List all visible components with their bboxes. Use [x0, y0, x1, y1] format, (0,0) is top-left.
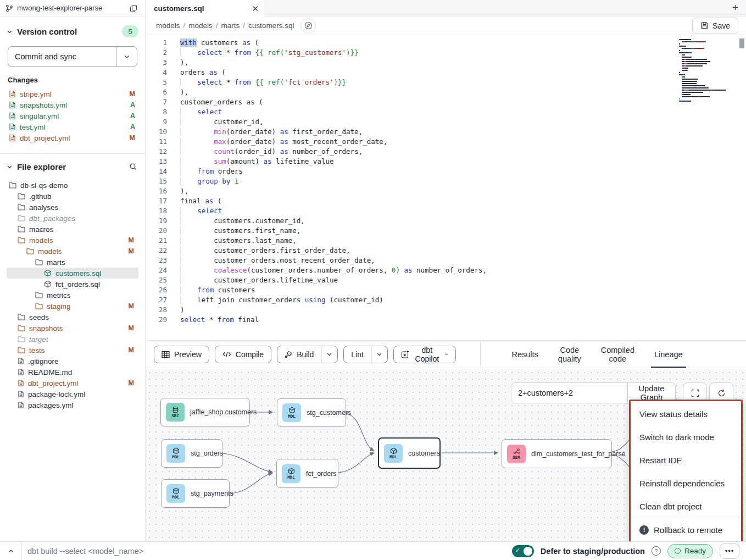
- preview-button[interactable]: Preview: [154, 346, 209, 363]
- menu-item-rollback-to-remote[interactable]: !Rollback to remote: [631, 518, 741, 541]
- tree-file--gitignore[interactable]: .gitignore: [7, 356, 138, 367]
- tab-code-quality[interactable]: Code quality: [558, 341, 581, 368]
- tree-file-dbt-project-yml[interactable]: dbt_project.ymlM: [7, 378, 138, 389]
- tree-item-label: dbt_packages: [29, 214, 134, 223]
- save-button[interactable]: Save: [692, 18, 738, 34]
- code-line: customer_orders.first_order_date,: [180, 246, 487, 256]
- lineage-node-customers[interactable]: MDLcustomers: [378, 437, 441, 469]
- lineage-panel[interactable]: SRCjaffle_shop.customersMDLstg_customers…: [146, 369, 746, 541]
- changed-file-row[interactable]: snapshots.ymlA: [7, 99, 138, 110]
- branch-name: mwong-test-explorer-parse: [17, 4, 125, 12]
- build-button[interactable]: Build: [277, 346, 321, 363]
- commit-options-caret-button[interactable]: [116, 47, 137, 66]
- tree-file-package-lock-yml[interactable]: package-lock.yml: [7, 389, 138, 400]
- node-label: dim_customers_test_for_parse: [531, 450, 626, 458]
- changed-file-name: singular.yml: [20, 112, 126, 120]
- tab-lineage[interactable]: Lineage: [654, 341, 683, 368]
- compile-button[interactable]: Compile: [215, 346, 271, 363]
- tree-file-customers-sql[interactable]: customers.sql: [7, 268, 138, 279]
- tree-folder-models[interactable]: modelsM: [7, 235, 138, 246]
- tab-customers-sql[interactable]: customers.sql ✕: [146, 0, 264, 16]
- breadcrumb-item[interactable]: models: [156, 21, 180, 30]
- compile-label: Compile: [236, 350, 264, 359]
- menu-item-clean-dbt-project[interactable]: Clean dbt project: [631, 495, 741, 518]
- ready-status-badge[interactable]: Ready: [667, 544, 713, 558]
- breadcrumb-item[interactable]: marts: [221, 21, 240, 30]
- chevron-down-icon[interactable]: [7, 164, 13, 170]
- editor-scrollbar[interactable]: [739, 38, 744, 337]
- tree-item-label: staging: [47, 302, 125, 311]
- tree-folder-db-sl-qs-demo[interactable]: db-sl-qs-demo: [7, 180, 138, 191]
- changed-file-row[interactable]: dbt_project.ymlM: [7, 132, 138, 143]
- tab-results[interactable]: Results: [511, 341, 538, 368]
- build-options-caret[interactable]: [321, 346, 337, 363]
- menu-item-reinstall-dependencies[interactable]: Reinstall dependencies: [631, 472, 741, 495]
- file-icon: [9, 90, 16, 98]
- breadcrumb-item[interactable]: models: [188, 21, 213, 30]
- menu-item-view-status-details[interactable]: View status details: [631, 402, 741, 425]
- lineage-node-stg_orders[interactable]: MDLstg_orders: [161, 439, 222, 468]
- tree-file-packages-yml[interactable]: packages.yml: [7, 400, 138, 411]
- tree-file-fct-orders-sql[interactable]: fct_orders.sql: [7, 279, 138, 290]
- lineage-selector-input[interactable]: [511, 383, 627, 403]
- tree-folder-target[interactable]: target: [7, 334, 138, 345]
- tree-item-label: customers.sql: [55, 269, 134, 278]
- lineage-edge: [346, 413, 374, 451]
- code-line: ),: [180, 186, 487, 196]
- changed-file-row[interactable]: singular.ymlA: [7, 110, 138, 121]
- tree-item-label: target: [29, 335, 134, 343]
- tree-folder-dbt-packages[interactable]: dbt_packages: [7, 213, 138, 224]
- command-prompt-text[interactable]: dbt build --select <model_name>: [27, 547, 143, 556]
- lineage-node-dim_customers_test_for_parse[interactable]: SEMdim_customers_test_for_parse: [502, 439, 612, 468]
- tree-folder-seeds[interactable]: seeds: [7, 312, 138, 323]
- tree-folder-marts[interactable]: marts: [7, 257, 138, 268]
- lineage-node-stg_payments[interactable]: MDLstg_payments: [161, 479, 230, 508]
- dbt-copilot-button[interactable]: dbt Copilot: [393, 346, 456, 363]
- tree-folder-analyses[interactable]: analyses: [7, 202, 138, 213]
- new-tab-button[interactable]: +: [732, 2, 738, 14]
- lint-options-caret[interactable]: [371, 346, 387, 363]
- copy-branch-button[interactable]: [129, 3, 138, 13]
- tab-compiled-code[interactable]: Compiled code: [601, 341, 634, 368]
- help-icon[interactable]: ?: [652, 546, 661, 556]
- file-search-button[interactable]: [128, 162, 138, 172]
- tree-folder-staging[interactable]: stagingM: [7, 301, 138, 312]
- changed-file-name: test.yml: [20, 123, 126, 131]
- menu-item-switch-to-dark-mode[interactable]: Switch to dark mode: [631, 425, 741, 448]
- code-line: customer_id,: [180, 117, 487, 127]
- lineage-node-fct_orders[interactable]: MDLfct_orders: [276, 459, 338, 488]
- tree-file-readme-md[interactable]: README.md: [7, 367, 138, 378]
- file-info-button[interactable]: [300, 18, 316, 34]
- refresh-icon: [717, 389, 726, 397]
- changed-file-row[interactable]: stripe.ymlM: [7, 88, 138, 99]
- tree-folder--github[interactable]: .github: [7, 191, 138, 202]
- tree-folder-macros[interactable]: macros: [7, 224, 138, 235]
- close-tab-icon[interactable]: ✕: [252, 4, 259, 13]
- changed-file-row[interactable]: test.ymlA: [7, 121, 138, 132]
- tree-folder-metrics[interactable]: metrics: [7, 290, 138, 301]
- lineage-node-stg_customers[interactable]: MDLstg_customers: [277, 398, 346, 427]
- toggle-knob: [524, 547, 532, 556]
- defer-toggle[interactable]: ✓: [512, 545, 534, 557]
- code-line: select * from {{ ref('stg_customers')}}: [180, 48, 487, 58]
- code-content[interactable]: with customers as ( select * from {{ ref…: [174, 38, 487, 325]
- expand-console-button[interactable]: [0, 542, 22, 560]
- lineage-node-jaffle_shop_customers[interactable]: SRCjaffle_shop.customers: [160, 398, 250, 426]
- tree-item-label: README.md: [28, 368, 134, 376]
- tree-folder-models[interactable]: modelsM: [7, 246, 138, 257]
- editor-minimap[interactable]: [679, 38, 737, 102]
- menu-item-restart-ide[interactable]: Restart IDE: [631, 448, 741, 472]
- compass-icon: [304, 21, 313, 30]
- more-options-button[interactable]: •••: [720, 544, 739, 559]
- tree-folder-snapshots[interactable]: snapshotsM: [7, 323, 138, 334]
- commit-and-sync-button[interactable]: Commit and sync: [8, 47, 116, 66]
- breadcrumb-item[interactable]: customers.sql: [248, 21, 294, 30]
- lint-button[interactable]: Lint: [344, 346, 371, 363]
- tree-folder-tests[interactable]: testsM: [7, 345, 138, 356]
- action-toolbar: Preview Compile Build: [146, 341, 746, 368]
- chevron-down-icon[interactable]: [7, 29, 13, 35]
- code-editor[interactable]: 1234567891011121314151617181920212223242…: [146, 35, 746, 341]
- breadcrumb-row: models/models/marts/customers.sql Save: [146, 16, 746, 35]
- scrollbar-thumb[interactable]: [739, 38, 744, 48]
- folder-icon: [35, 292, 43, 298]
